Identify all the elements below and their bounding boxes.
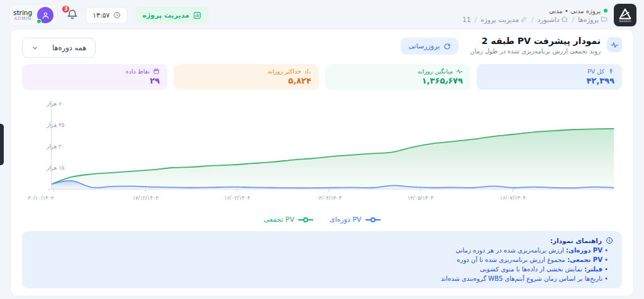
topbar: NovaArch پروژه مدنی • مدنی پروژه‌ها/داشب… xyxy=(0,0,644,28)
person-icon xyxy=(42,11,50,19)
panel-titles: نمودار پیشرفت PV طبقه 2 روند تجمعی ارزش … xyxy=(470,36,601,55)
notifications-button[interactable]: 3 xyxy=(65,9,78,21)
y-axis-tick-label: ۶۰ هزار xyxy=(46,101,64,107)
breadcrumb-label: داشبورد xyxy=(538,16,560,23)
y-axis-tick-label: ۰ xyxy=(47,186,50,192)
period-filter-value: همه دوره‌ها xyxy=(52,43,86,52)
info-box-items: • PV دوره‌ای: ارزش برنامه‌ریزی شده در هر… xyxy=(31,247,613,282)
breadcrumb-separator: / xyxy=(531,16,534,23)
legend-label: PV تجمعی xyxy=(264,215,294,224)
time-chip: ۱۳:۵۷ xyxy=(86,7,127,24)
legend-marker-icon xyxy=(298,217,313,223)
side-drawer-handle[interactable] xyxy=(0,124,4,165)
project-status-dot xyxy=(604,9,608,13)
breadcrumb: پروژه‌ها/داشبورد/مدیریت پروژه/11 xyxy=(462,16,608,23)
breadcrumb-item[interactable]: داشبورد xyxy=(538,16,569,23)
pv-progress-chart[interactable]: ۰۱۵ هزار۳۰ هزار۴۵ هزار۶۰ هزار۳۰/۱۰/۱۴۰۳۱… xyxy=(22,95,622,212)
breadcrumb-item[interactable]: پروژه‌ها xyxy=(578,16,608,23)
edit-icon xyxy=(521,16,528,23)
legend-item[interactable]: PV دوره‌ای xyxy=(330,215,380,224)
bullet-dot: • xyxy=(602,247,608,254)
user-role: ADMIN xyxy=(14,16,31,22)
chart-panel: نمودار پیشرفت PV طبقه 2 روند تجمعی ارزش … xyxy=(10,29,634,296)
bar-chart-icon xyxy=(304,68,311,75)
panel-header: نمودار پیشرفت PV طبقه 2 روند تجمعی ارزش … xyxy=(22,36,622,58)
stat-value: ۵,۸۲۴ xyxy=(181,76,311,85)
x-axis-tick-label: ۳۰/۱۰/۱۴۰۳ xyxy=(28,195,54,201)
info-box-item: • فیلتر: نمایش بخشی از داده‌ها با منوی ک… xyxy=(31,266,613,273)
manage-project-button[interactable]: مدیریت پروژه xyxy=(135,7,209,24)
legend-marker-icon xyxy=(365,217,380,223)
avatar xyxy=(37,7,53,23)
info-box-item: • PV تجمعی: مجموع ارزش برنامه‌ریزی شده ت… xyxy=(31,256,613,263)
info-box-title-row: راهنمای نمودار: xyxy=(31,237,613,244)
user-meta: string ADMIN xyxy=(13,9,32,22)
info-item-term: PV تجمعی: xyxy=(567,256,602,263)
info-box-item: • تاریخ‌ها بر اساس زمان شروع آیتم‌های WB… xyxy=(31,275,613,282)
period-filter-dropdown[interactable]: همه دوره‌ها xyxy=(22,38,96,58)
stat-label-row: حداکثر روزانه xyxy=(181,68,311,75)
refresh-icon xyxy=(443,43,451,50)
dollar-icon xyxy=(608,68,614,75)
project-name-line: پروژه مدنی • مدنی xyxy=(462,8,608,14)
stat-card: حداکثر روزانه۵,۸۲۴ xyxy=(174,64,319,90)
info-icon xyxy=(606,237,613,244)
home-icon xyxy=(561,16,568,23)
x-axis-tick-label: ۱۷/۱۲/۱۴۰۳ xyxy=(133,195,159,201)
chart-svg: ۰۱۵ هزار۳۰ هزار۴۵ هزار۶۰ هزار۳۰/۱۰/۱۴۰۳۱… xyxy=(22,95,622,212)
stat-label: حداکثر روزانه xyxy=(268,68,301,75)
y-axis-tick-label: ۴۵ هزار xyxy=(46,122,65,128)
chart-info-box: راهنمای نمودار: • PV دوره‌ای: ارزش برنام… xyxy=(22,231,622,288)
info-item-text: نمایش بخشی از داده‌ها با منوی کشویی xyxy=(480,266,584,273)
online-status-dot xyxy=(36,19,42,24)
x-axis-tick-label: ۱۶/۰۲/۱۴۰۴ xyxy=(224,195,250,201)
panel-title-group: نمودار پیشرفت PV طبقه 2 روند تجمعی ارزش … xyxy=(401,36,622,55)
breadcrumb-label: مدیریت پروژه xyxy=(480,16,519,23)
page-subtitle: روند تجمعی ارزش برنامه‌ریزی شده در طول ز… xyxy=(470,48,601,55)
stat-label: کل PV xyxy=(587,68,604,75)
topbar-right-group: NovaArch پروژه مدنی • مدنی پروژه‌ها/داشب… xyxy=(462,4,636,26)
y-axis-tick-label: ۱۵ هزار xyxy=(46,165,65,171)
x-axis-tick-label: ۱۳/۰۵/۱۴۰۴ xyxy=(408,195,433,201)
refresh-button[interactable]: بروزرسانی xyxy=(401,38,458,55)
stats-row: کل PV۴۲,۳۹۹میانگین روزانه۱,۳۶۵٫۶۷۹حداکثر… xyxy=(22,64,622,90)
stat-card: کل PV۴۲,۳۹۹ xyxy=(477,64,622,90)
stat-card: میانگین روزانه۱,۳۶۵٫۶۷۹ xyxy=(325,64,470,90)
topbar-left-group: مدیریت پروژه ۱۳:۵۷ 3 string ADMIN xyxy=(9,4,209,26)
user-menu[interactable]: string ADMIN xyxy=(9,4,58,26)
project-name: پروژه مدنی • مدنی xyxy=(549,8,601,14)
app-logo[interactable]: NovaArch xyxy=(614,4,636,26)
x-axis-tick-label: ۰۳/۰۴/۱۴۰۴ xyxy=(316,195,341,201)
stat-label-row: نقاط داده xyxy=(30,68,160,75)
clock-icon xyxy=(113,11,121,19)
stat-label-row: میانگین روزانه xyxy=(333,68,463,75)
user-name: string xyxy=(13,9,32,16)
info-item-text: تاریخ‌ها بر اساس زمان شروع آیتم‌های WBS … xyxy=(441,275,602,282)
chart-title-icon xyxy=(607,37,622,52)
y-axis-tick-label: ۳۰ هزار xyxy=(46,143,64,150)
x-axis-tick-label: ۱۶/۰۷/۱۴۰۴ xyxy=(500,195,526,201)
bullet-dot: • xyxy=(602,256,608,263)
info-box-title: راهنمای نمودار: xyxy=(550,237,602,244)
bar-chart-icon xyxy=(193,11,201,19)
project-block: پروژه مدنی • مدنی پروژه‌ها/داشبورد/مدیری… xyxy=(462,8,608,23)
chart-legend: PV دوره‌ایPV تجمعی xyxy=(22,215,622,224)
breadcrumb-separator: / xyxy=(475,16,477,23)
breadcrumb-item[interactable]: 11 xyxy=(462,16,470,23)
info-box-item: • PV دوره‌ای: ارزش برنامه‌ریزی شده در هر… xyxy=(31,247,613,254)
bullet-dot: • xyxy=(602,266,608,273)
stat-card: نقاط داده۲۹ xyxy=(22,64,167,90)
cumulative-pv-area xyxy=(52,129,614,189)
info-item-term: فیلتر: xyxy=(584,266,602,273)
legend-item[interactable]: PV تجمعی xyxy=(264,215,313,224)
calendar-icon xyxy=(153,68,160,75)
breadcrumb-label: پروژه‌ها xyxy=(578,16,599,23)
stat-value: ۴۲,۳۹۹ xyxy=(484,76,614,85)
breadcrumb-item[interactable]: مدیریت پروژه xyxy=(480,16,528,23)
time-value: ۱۳:۵۷ xyxy=(92,11,109,19)
breadcrumb-separator: / xyxy=(572,16,574,23)
stat-label: نقاط داده xyxy=(126,68,150,75)
pulse-icon xyxy=(611,41,619,49)
info-item-term: PV دوره‌ای: xyxy=(566,247,602,254)
folder-icon xyxy=(601,16,608,23)
